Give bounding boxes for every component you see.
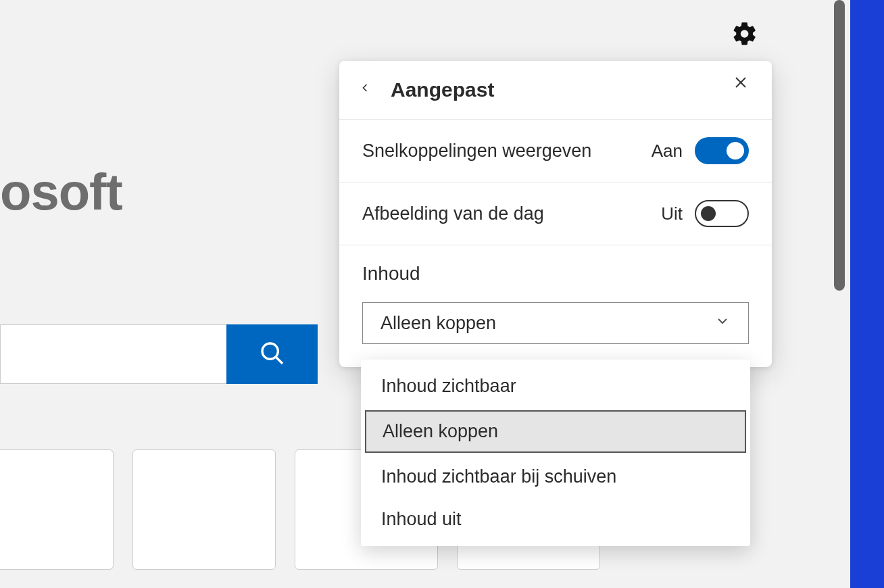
dropdown-option-selected[interactable]: Alleen koppen [365,410,746,453]
toggle-shortcuts[interactable] [695,137,749,164]
content-select[interactable]: Alleen koppen [362,302,749,344]
chevron-left-icon [358,85,372,97]
gear-icon [731,38,758,49]
dropdown-option[interactable]: Inhoud uit [361,498,750,541]
toggle-group: Uit [661,200,749,227]
toggle-knob [727,142,744,160]
close-icon [733,81,749,93]
search-button[interactable] [226,324,318,384]
toggle-group: Aan [652,137,749,164]
setting-label: Afbeelding van de dag [362,203,544,224]
toggle-image-of-day[interactable] [695,200,749,227]
toggle-state-text: Aan [652,141,683,162]
scrollbar[interactable] [834,0,845,291]
toggle-state-text: Uit [661,203,683,224]
search-icon [259,340,286,369]
content-dropdown: Inhoud zichtbaar Alleen koppen Inhoud zi… [361,360,750,546]
toggle-knob [701,206,716,221]
quick-link-tile[interactable] [0,449,114,570]
settings-panel: Aangepast Snelkoppelingen weergeven Aan … [339,61,772,367]
back-button[interactable] [358,81,376,99]
svg-point-0 [262,343,278,359]
right-blue-strip [850,0,884,588]
search-input[interactable] [0,324,226,384]
quick-link-tile[interactable] [132,449,276,570]
settings-gear-button[interactable] [731,20,758,47]
panel-title: Aangepast [391,78,494,101]
dropdown-option[interactable]: Inhoud zichtbaar bij schuiven [361,456,750,498]
close-button[interactable] [733,74,753,95]
content-label: Inhoud [362,263,749,285]
search-bar [0,324,318,384]
content-section: Inhoud Alleen koppen [339,245,772,367]
select-value: Alleen koppen [380,313,496,334]
setting-row-shortcuts: Snelkoppelingen weergeven Aan [339,120,772,182]
dropdown-option[interactable]: Inhoud zichtbaar [361,365,750,408]
panel-header: Aangepast [339,61,772,120]
setting-label: Snelkoppelingen weergeven [362,141,591,162]
setting-row-image-of-day: Afbeelding van de dag Uit [339,182,772,245]
brand-text: osoft [0,162,122,221]
chevron-down-icon [714,313,731,334]
svg-line-1 [276,357,283,364]
